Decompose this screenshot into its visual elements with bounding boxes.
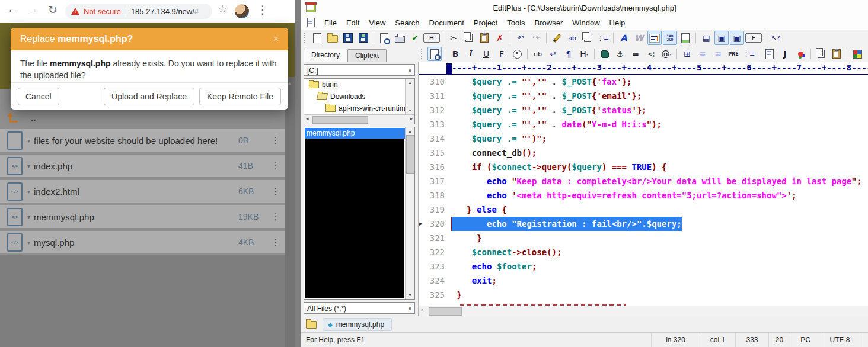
horizontal-rule-icon[interactable]: = [628,47,643,61]
menu-view[interactable]: View [364,18,390,27]
list-vertical-scrollbar[interactable]: ▴▾ [405,127,414,299]
highlighter-icon[interactable] [550,31,564,45]
tab-cliptext[interactable]: Cliptext [347,49,387,62]
tree-item-downloads[interactable]: Downloads [304,91,406,102]
script-icon[interactable] [762,47,777,61]
menu-edit[interactable]: Edit [342,18,364,27]
menu-file[interactable]: File [320,18,342,27]
align-right-icon[interactable]: ≡ [711,47,725,61]
scroll-up-icon[interactable]: ▴ [406,128,414,134]
save-icon[interactable] [341,31,355,45]
scrollbar-thumb[interactable] [312,116,368,124]
bold-icon[interactable]: B [448,47,462,61]
cut-icon[interactable]: ✂ [446,31,461,45]
anchor-icon[interactable]: ⚓ [613,47,627,61]
drive-select[interactable]: [C:]∨ [304,64,415,76]
preformatted-icon[interactable]: PRE [726,47,741,61]
copy-html-icon[interactable] [814,47,828,61]
heading-icon[interactable]: H [577,47,591,61]
scroll-down-icon[interactable]: ▾ [406,293,414,298]
browser-preview-icon[interactable] [427,47,442,61]
redo-icon[interactable]: ↷ [529,31,543,45]
new-document-icon[interactable] [310,31,324,45]
menu-document[interactable]: Document [425,18,469,27]
line-break-icon[interactable]: ↵ [546,47,560,61]
toolbar-grip[interactable] [421,49,425,59]
delete-icon[interactable]: ✗ [493,31,507,45]
file-row[interactable]: </>▾index.php41B⋮ [0,155,285,177]
comment-icon[interactable]: <¦ [644,47,658,61]
menu-window[interactable]: Window [567,18,604,27]
find-replace-icon[interactable]: ab [565,31,579,45]
view-output-icon[interactable]: ▣ [730,31,744,45]
page-scrollbar[interactable]: ▲ [285,77,295,347]
javascript-icon[interactable]: J [778,47,792,61]
spell-check-icon[interactable]: ✔ [408,31,422,45]
keep-remote-file-button[interactable]: Keep Remote File [199,88,281,105]
url-text[interactable]: 185.27.134.9/new/ [131,7,194,16]
duplicate-icon[interactable] [580,31,595,45]
caret-down-icon[interactable]: ▾ [27,163,30,169]
scrollbar-thumb[interactable] [429,307,462,316]
dialog-close-icon[interactable]: × [273,34,279,44]
code-horizontal-scrollbar[interactable]: ‹ [419,306,868,316]
scroll-left-icon[interactable]: ‹ [421,307,423,313]
browser-menu-icon[interactable]: ⋮ [255,3,270,17]
toolbar-grip[interactable] [304,33,307,43]
upload-and-replace-button[interactable]: Upload and Replace [104,88,194,105]
file-menu-icon[interactable]: ⋮ [267,160,285,171]
underline-icon[interactable]: U [479,47,493,61]
file-menu-icon[interactable]: ⋮ [267,135,285,146]
font-icon[interactable]: F [494,47,509,61]
file-row[interactable]: </>▾memmysql.php19KB⋮ [0,205,285,228]
italic-icon[interactable]: I [464,47,478,61]
code-editor[interactable]: ----+----1----+----2----+----3----+----4… [419,62,868,316]
bookmark-star-icon[interactable]: ☆ [215,3,230,15]
document-tab[interactable]: ◆ memmysql.php [323,318,392,331]
scroll-right-icon[interactable]: ▸ [410,115,413,121]
list-icon[interactable]: ⋮≡ [742,47,756,61]
print-preview-icon[interactable] [377,31,391,45]
menu-project[interactable]: Project [469,18,502,27]
scroll-down-icon[interactable]: ▾ [406,108,414,113]
forward-icon[interactable]: → [25,3,40,16]
file-row[interactable]: </>▾mysql.php4KB⋮ [0,231,285,253]
scroll-left-icon[interactable]: ◂ [306,115,309,121]
auto-format-icon[interactable] [678,31,693,45]
file-menu-icon[interactable]: ⋮ [267,237,285,248]
back-icon[interactable]: ← [5,3,20,16]
indent-icon[interactable]: ⋮≡ [596,31,610,45]
scroll-up-icon[interactable]: ▴ [406,80,414,85]
caret-down-icon[interactable]: ▾ [27,188,30,195]
nbsp-icon[interactable]: nb [531,47,545,61]
image-icon[interactable] [598,47,612,61]
menu-help[interactable]: Help [605,18,630,27]
html-document-icon[interactable]: H [423,33,440,43]
file-menu-icon[interactable]: ⋮ [267,211,285,222]
tree-vertical-scrollbar[interactable]: ▴▾ [405,79,414,114]
open-file-icon[interactable] [326,31,340,45]
profile-avatar[interactable] [235,4,249,18]
view-list-icon[interactable]: ▤ [699,31,713,45]
paste-icon[interactable] [477,31,492,45]
tree-item-api-ms-win-crt-runtim[interactable]: api-ms-win-crt-runtim [304,102,406,114]
file-row[interactable]: </>▾index2.html6KB⋮ [0,180,285,203]
word-wrap-icon[interactable] [647,31,662,45]
caret-down-icon[interactable]: ▾ [27,137,30,144]
paragraph-icon[interactable]: ¶ [561,47,576,61]
datetime-icon[interactable] [510,47,524,61]
folder-button-icon[interactable] [306,321,317,329]
wrap-w-icon[interactable]: W [632,31,646,45]
applet-icon[interactable] [793,47,808,61]
tree-horizontal-scrollbar[interactable]: ◂▸ [304,114,414,124]
parent-directory-row[interactable]: .. [0,110,285,126]
menu-search[interactable]: Search [390,18,424,27]
cancel-button[interactable]: Cancel [18,88,59,105]
email-link-icon[interactable]: @ [659,47,674,61]
address-bar[interactable]: Not secure 185.27.134.9/new/# [65,4,212,19]
font-size-icon[interactable]: A [617,31,631,45]
split-window-icon[interactable] [866,47,868,61]
cliptext-paste-icon[interactable] [829,47,844,61]
reload-icon[interactable]: ↻ [45,3,60,17]
line-numbers-icon[interactable]: 1AB 2CD [663,31,677,45]
